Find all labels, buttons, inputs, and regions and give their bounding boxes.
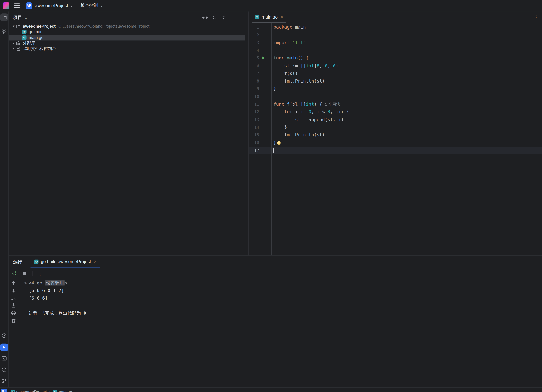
- line-number[interactable]: 2: [257, 31, 259, 39]
- services-tool-icon[interactable]: [0, 332, 8, 339]
- tree-item-label: 外部库: [23, 40, 35, 46]
- title-bar: AP awesomeProject ⌄ 版本控制 ⌄: [0, 0, 542, 11]
- breadcrumb-label: main.go: [59, 389, 74, 392]
- go-file-icon: [255, 15, 260, 20]
- breadcrumb-item[interactable]: awesomeProject: [11, 389, 47, 392]
- line-number[interactable]: 4: [257, 47, 259, 54]
- rerun-icon[interactable]: [11, 271, 17, 276]
- console-line: [6 6 6 0 1 2]: [29, 287, 64, 294]
- run-options-icon[interactable]: ⋮: [37, 271, 43, 276]
- line-number[interactable]: 1: [257, 23, 259, 31]
- line-number[interactable]: 5: [257, 54, 259, 62]
- code-line[interactable]: sl := []int{6, 6, 6}: [273, 62, 338, 70]
- line-number[interactable]: 8: [257, 77, 259, 85]
- clear-console-icon[interactable]: [11, 318, 16, 323]
- code-line[interactable]: for i := 0; i < 3; i++ {: [273, 108, 349, 116]
- go-file-icon: [11, 390, 15, 392]
- soft-wrap-icon[interactable]: [11, 296, 16, 301]
- git-branch-icon[interactable]: [0, 377, 8, 385]
- run-line-icon[interactable]: [262, 56, 265, 60]
- chevron-down-icon: ⌄: [70, 4, 73, 7]
- prev-occurrence-icon[interactable]: [11, 280, 16, 286]
- console-icon-strip: [11, 279, 16, 323]
- panel-options-icon[interactable]: ⋮: [230, 15, 236, 20]
- locate-file-icon[interactable]: [202, 15, 208, 20]
- line-number[interactable]: 12: [254, 108, 259, 116]
- line-number[interactable]: 7: [257, 70, 259, 77]
- line-number[interactable]: 3: [257, 39, 259, 47]
- hide-panel-icon[interactable]: —: [239, 15, 245, 20]
- code-line[interactable]: fmt.Println(sl): [273, 77, 325, 85]
- code-line[interactable]: func main() {: [273, 54, 309, 62]
- breadcrumb-item[interactable]: main.go: [53, 389, 73, 392]
- code-line[interactable]: func f(sl []int) {1 个用法: [273, 101, 340, 108]
- run-panel-header: 运行 go build awesomeProject ×: [9, 255, 542, 268]
- tree-item-label: 临时文件和控制台: [23, 46, 56, 52]
- breadcrumb-label: awesomeProject: [16, 389, 47, 392]
- run-tab-label: go build awesomeProject: [41, 259, 91, 264]
- code-line[interactable]: package main: [273, 23, 306, 31]
- run-panel-title[interactable]: 运行: [13, 259, 22, 265]
- project-tool-window-icon[interactable]: [0, 13, 8, 21]
- problems-tool-icon[interactable]: [0, 366, 8, 373]
- code-area[interactable]: 1234567891011121314151617 package mainim…: [249, 23, 542, 255]
- tree-item[interactable]: main.go: [9, 35, 245, 40]
- next-occurrence-icon[interactable]: [11, 288, 16, 293]
- line-number[interactable]: 17: [254, 147, 259, 154]
- line-number[interactable]: 11: [254, 101, 259, 108]
- tool-window-layout-icon[interactable]: [1, 389, 7, 392]
- project-panel-title[interactable]: 项目: [13, 14, 22, 21]
- tree-item[interactable]: go.mod: [9, 29, 245, 35]
- scroll-to-end-icon[interactable]: [11, 303, 16, 308]
- tree-item[interactable]: ▸外部库: [9, 40, 245, 46]
- code-line[interactable]: fmt.Println(sl): [273, 131, 325, 139]
- stop-icon[interactable]: [22, 271, 27, 276]
- line-number[interactable]: 16: [254, 139, 259, 147]
- console-line: [6 6 6]: [29, 294, 48, 302]
- print-icon[interactable]: [11, 310, 16, 316]
- editor-options-icon[interactable]: ⋮: [534, 14, 542, 20]
- project-selector[interactable]: awesomeProject: [35, 3, 68, 8]
- run-toolbar: ⋮: [9, 268, 542, 279]
- tree-item[interactable]: ▸临时文件和控制台: [9, 46, 245, 52]
- collapse-all-icon[interactable]: [221, 15, 227, 20]
- tab-label: main.go: [262, 15, 278, 20]
- console-output[interactable]: ><4 go 设置调用>[6 6 6 0 1 2][6 6 6]进程 已完成，退…: [24, 279, 542, 387]
- line-number[interactable]: 14: [254, 124, 259, 131]
- chevron-collapsed-icon[interactable]: ▸: [11, 46, 16, 52]
- code-line[interactable]: import "fmt": [273, 39, 306, 47]
- run-config-tab[interactable]: go build awesomeProject ×: [31, 255, 100, 268]
- project-badge: AP: [26, 2, 32, 9]
- main-menu-icon[interactable]: [14, 3, 20, 8]
- code-line[interactable]: }: [273, 139, 281, 147]
- line-number[interactable]: 15: [254, 131, 259, 139]
- vcs-menu[interactable]: 版本控制: [80, 2, 98, 9]
- editor-gutter[interactable]: 1234567891011121314151617: [249, 23, 271, 255]
- tree-item[interactable]: ▾awesomeProjectC:\Users\meowr\GolandProj…: [9, 23, 245, 29]
- line-number[interactable]: 9: [257, 85, 259, 93]
- structure-tool-icon[interactable]: [0, 28, 8, 36]
- chevron-expanded-icon[interactable]: ▾: [11, 23, 16, 29]
- terminal-tool-icon[interactable]: [0, 355, 8, 362]
- expand-all-icon[interactable]: [211, 15, 217, 20]
- scratch-icon: [16, 46, 22, 51]
- code-line[interactable]: sl = append(sl, i): [273, 116, 344, 124]
- code-line[interactable]: }: [273, 124, 287, 131]
- project-tree: ▾awesomeProjectC:\Users\meowr\GolandProj…: [9, 23, 249, 52]
- line-number[interactable]: 6: [257, 62, 259, 70]
- line-number[interactable]: 13: [254, 116, 259, 124]
- go-icon: [22, 35, 28, 40]
- intention-bulb-icon[interactable]: [277, 141, 281, 144]
- code-line[interactable]: }: [273, 85, 276, 93]
- close-icon[interactable]: ×: [281, 15, 283, 20]
- code-line[interactable]: f(sl): [273, 70, 298, 77]
- more-tools-icon[interactable]: ⋯: [0, 39, 8, 47]
- tree-item-label: main.go: [29, 35, 43, 40]
- close-icon[interactable]: ×: [94, 259, 97, 264]
- line-number[interactable]: 10: [254, 93, 259, 101]
- text-caret: [273, 148, 274, 153]
- tree-item-path: C:\Users\meowr\GolandProjects\awesomePro…: [58, 23, 150, 29]
- run-tool-window-icon[interactable]: [0, 344, 8, 351]
- chevron-collapsed-icon[interactable]: ▸: [11, 40, 16, 46]
- tab-main-go[interactable]: main.go ×: [252, 11, 286, 23]
